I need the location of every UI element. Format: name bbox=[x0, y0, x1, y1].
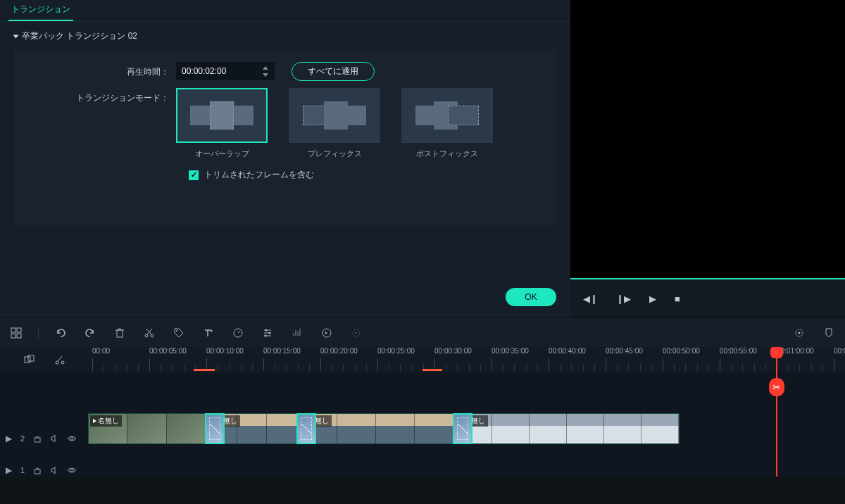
volume-button[interactable] bbox=[319, 325, 334, 341]
include-trimmed-checkbox[interactable]: ✓ bbox=[189, 170, 199, 180]
eq-button[interactable] bbox=[289, 325, 305, 341]
track-number-2: 1 bbox=[20, 466, 25, 474]
trim-mark bbox=[194, 369, 215, 371]
ruler-tick: 00:00:05:00 bbox=[149, 347, 187, 355]
mode-overlap[interactable]: オーバーラップ bbox=[176, 88, 268, 159]
clip-title: 名無し bbox=[90, 415, 122, 427]
speed-button[interactable] bbox=[230, 325, 246, 341]
play-button[interactable]: ▶ bbox=[649, 294, 656, 304]
clip[interactable]: 名無し bbox=[88, 413, 206, 444]
duration-step-up[interactable] bbox=[262, 65, 269, 70]
mute-icon[interactable] bbox=[50, 434, 58, 443]
svg-rect-21 bbox=[35, 438, 40, 442]
visibility-icon[interactable] bbox=[67, 466, 77, 474]
svg-rect-17 bbox=[25, 357, 30, 363]
section-header[interactable]: 卒業パック トランジション 02 bbox=[0, 22, 570, 49]
render-button[interactable] bbox=[349, 325, 364, 341]
play-icon: ▶ bbox=[6, 465, 12, 475]
ruler-tick: 00:00:35:00 bbox=[492, 347, 529, 355]
duration-label: 再生時間： bbox=[14, 62, 176, 78]
svg-point-6 bbox=[151, 334, 154, 337]
stop-button[interactable]: ■ bbox=[675, 294, 680, 304]
svg-point-16 bbox=[799, 332, 801, 334]
track-label-audio: ▶ 1 bbox=[0, 464, 88, 477]
timeline-ruler[interactable]: 00:0000:00:05:0000:00:10:0000:00:15:0000… bbox=[88, 347, 845, 372]
prev-frame-button[interactable]: ◀❙ bbox=[583, 294, 598, 304]
timeline-zoom-icon[interactable] bbox=[21, 352, 37, 367]
duration-value: 00:00:02:00 bbox=[182, 66, 226, 76]
lock-icon[interactable] bbox=[33, 434, 42, 443]
mode-postfix-label: ポストフィックス bbox=[416, 149, 478, 159]
adjust-button[interactable] bbox=[260, 325, 275, 341]
delete-button[interactable] bbox=[112, 325, 127, 341]
visibility-icon[interactable] bbox=[67, 434, 77, 443]
ruler-tick: 00:00 bbox=[92, 347, 110, 355]
snap-icon[interactable] bbox=[52, 352, 68, 367]
add-text-button[interactable] bbox=[201, 325, 216, 341]
target-icon[interactable] bbox=[791, 325, 807, 341]
svg-rect-0 bbox=[11, 328, 15, 332]
marker-icon[interactable] bbox=[821, 325, 837, 341]
undo-button[interactable] bbox=[53, 325, 68, 341]
svg-point-14 bbox=[356, 332, 357, 334]
duration-input[interactable]: 00:00:02:00 bbox=[176, 62, 275, 80]
svg-rect-2 bbox=[11, 334, 15, 338]
ruler-tick: 00:01:05:0 bbox=[834, 347, 845, 355]
svg-point-7 bbox=[176, 330, 177, 332]
svg-rect-23 bbox=[35, 470, 40, 474]
svg-rect-1 bbox=[17, 328, 21, 332]
tag-button[interactable] bbox=[171, 325, 187, 341]
include-trimmed-label: トリムされたフレームを含む bbox=[204, 169, 314, 181]
ruler-tick: 00:00:50:00 bbox=[663, 347, 700, 355]
preview-viewport bbox=[570, 0, 845, 278]
mode-prefix-label: プレフィックス bbox=[308, 149, 362, 159]
cut-button[interactable] bbox=[142, 325, 157, 341]
mute-icon[interactable] bbox=[50, 466, 58, 474]
svg-point-9 bbox=[265, 329, 268, 331]
tab-transition[interactable]: トランジション bbox=[8, 0, 73, 21]
duration-step-down[interactable] bbox=[262, 72, 269, 77]
ruler-tick: 00:00:20:00 bbox=[320, 347, 358, 355]
trim-mark bbox=[423, 369, 442, 371]
ruler-tick: 00:01:00:00 bbox=[777, 347, 814, 355]
track-label-video: ▶ 2 bbox=[0, 413, 88, 464]
apply-all-button[interactable]: すべてに適用 bbox=[292, 62, 375, 81]
svg-rect-4 bbox=[117, 330, 123, 337]
clip[interactable]: 名無し bbox=[298, 413, 454, 444]
mode-overlap-label: オーバーラップ bbox=[195, 149, 249, 159]
ruler-tick: 00:00:10:00 bbox=[206, 347, 244, 355]
ruler-tick: 00:00:45:00 bbox=[606, 347, 643, 355]
ruler-tick: 00:00:40:00 bbox=[549, 347, 586, 355]
ruler-tick: 00:00:15:00 bbox=[263, 347, 301, 355]
svg-rect-18 bbox=[28, 355, 34, 361]
chevron-down-icon bbox=[13, 34, 19, 38]
ruler-tick: 00:00:30:00 bbox=[434, 347, 472, 355]
play-icon: ▶ bbox=[6, 434, 12, 443]
ruler-tick: 00:00:25:00 bbox=[377, 347, 415, 355]
transition-badge[interactable] bbox=[296, 413, 316, 444]
mode-postfix[interactable]: ポストフィックス bbox=[401, 88, 493, 159]
svg-point-19 bbox=[56, 361, 58, 364]
svg-point-11 bbox=[265, 334, 267, 336]
clip[interactable]: 名無し bbox=[454, 413, 680, 444]
svg-point-22 bbox=[70, 437, 73, 440]
ruler-tick: 00:00:55:00 bbox=[720, 347, 757, 355]
lock-icon[interactable] bbox=[33, 466, 42, 474]
track-number: 2 bbox=[20, 434, 25, 443]
section-title: 卒業パック トランジション 02 bbox=[22, 30, 137, 42]
next-frame-button[interactable]: ❙▶ bbox=[616, 294, 631, 304]
transition-badge[interactable] bbox=[205, 413, 225, 444]
mode-prefix[interactable]: プレフィックス bbox=[289, 88, 380, 159]
ok-button[interactable]: OK bbox=[506, 288, 556, 306]
mode-label: トランジションモード： bbox=[14, 88, 176, 104]
svg-point-5 bbox=[145, 334, 148, 337]
svg-point-24 bbox=[70, 469, 73, 472]
svg-point-10 bbox=[269, 332, 271, 334]
transition-badge[interactable] bbox=[453, 413, 472, 444]
redo-button[interactable] bbox=[82, 325, 98, 341]
svg-rect-3 bbox=[17, 334, 21, 338]
layout-icon[interactable] bbox=[8, 325, 24, 341]
svg-point-20 bbox=[61, 361, 64, 364]
